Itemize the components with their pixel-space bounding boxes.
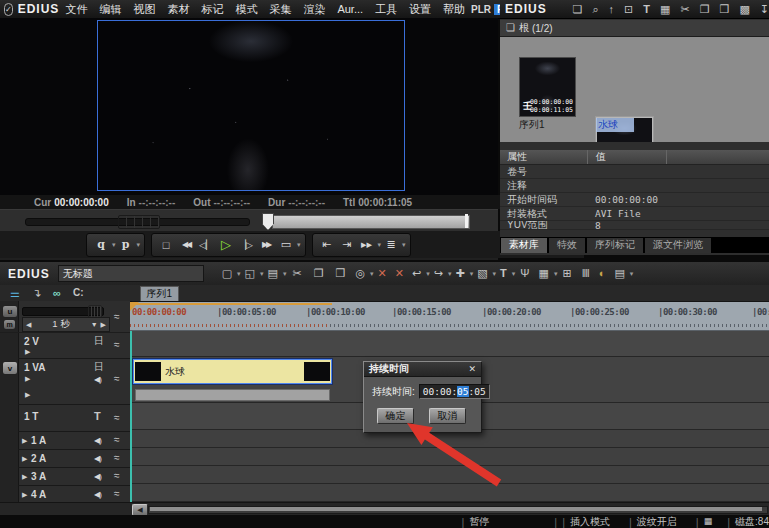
timeline-clip-shuiqiu[interactable]: 水球: [133, 359, 332, 384]
track-4a-rubber-icon[interactable]: ≈: [114, 488, 120, 499]
track-1t-text-icon[interactable]: T: [94, 411, 101, 422]
folder-name[interactable]: 根: [519, 21, 529, 35]
track-1a-rubber-icon[interactable]: ≈: [114, 434, 120, 445]
delete-icon[interactable]: ✕: [378, 268, 387, 279]
u-button[interactable]: u: [2, 305, 18, 318]
track-header-2v[interactable]: 2 V 日 ≈ ▶: [18, 333, 130, 359]
ripple-delete-icon[interactable]: ✕: [395, 268, 404, 279]
goto-in-icon[interactable]: ⇤: [317, 236, 337, 254]
track-header-1va[interactable]: 1 VA 日 ▶ ◀) ≈ ▶: [18, 359, 130, 405]
track-4a-speaker-icon[interactable]: ◀): [94, 490, 101, 499]
timeline-paste-icon[interactable]: ❒: [336, 268, 346, 279]
menu-view[interactable]: 视图: [133, 2, 155, 17]
track-patch-icon[interactable]: ⚌: [10, 288, 20, 299]
render-export-icon[interactable]: ▦: [539, 268, 549, 279]
prev-frame-icon[interactable]: ◁▏: [196, 236, 216, 254]
menu-tools[interactable]: 工具: [375, 2, 397, 17]
track-2v-expand-icon[interactable]: ▶: [25, 348, 30, 356]
scale-dropdown-icon[interactable]: ▼: [91, 321, 98, 328]
lane-2a[interactable]: [130, 448, 769, 466]
panel-layout-icon[interactable]: ▤: [614, 268, 624, 279]
stop-icon[interactable]: □: [156, 236, 176, 254]
export-icon[interactable]: ▸▸: [357, 236, 377, 254]
track-header-1a[interactable]: ▶ 1 A ◀) ≈: [18, 432, 130, 450]
track-1a-expand-icon[interactable]: ▶: [22, 437, 27, 445]
bin-clip-sequence1-label[interactable]: 序列1: [519, 118, 574, 132]
track-1a-speaker-icon[interactable]: ◀): [94, 436, 101, 445]
track-2v-rubber-icon[interactable]: ≈: [114, 339, 120, 350]
sync-mode-icon[interactable]: C:: [73, 288, 84, 298]
play-icon[interactable]: ▷: [216, 236, 236, 254]
timeline-ruler[interactable]: 00:00:00:00 |00:00:05:00 |00:00:10:00 |0…: [130, 302, 769, 331]
mode-dropdown-icon[interactable]: ▾: [402, 241, 406, 249]
shuttle-handle[interactable]: [118, 215, 160, 229]
color-correction-icon[interactable]: ◐: [599, 268, 606, 279]
folder-icon[interactable]: ❏: [573, 4, 583, 15]
track-header-1t[interactable]: 1 T T ≈: [18, 405, 130, 432]
plr-button[interactable]: PLR: [471, 4, 491, 15]
transition-icon[interactable]: ▧: [477, 268, 487, 279]
m-button[interactable]: m: [3, 319, 16, 330]
lane-4a[interactable]: [130, 484, 769, 502]
rewind-icon[interactable]: ◀◀: [176, 236, 196, 254]
menu-render[interactable]: 渲染: [303, 2, 325, 17]
title-clip-icon[interactable]: T: [643, 4, 650, 15]
search-icon[interactable]: ⌕: [592, 4, 598, 15]
cut-icon[interactable]: ✂: [680, 4, 689, 15]
redo-icon[interactable]: ↪: [434, 268, 443, 279]
audio-mixer-icon[interactable]: ‖‖: [582, 268, 589, 279]
bin-clip-shuiqiu-label[interactable]: 水球: [596, 118, 634, 132]
timeline-playhead-flag[interactable]: [130, 302, 139, 311]
cancel-button[interactable]: 取消: [429, 408, 466, 424]
add-cut-point-icon[interactable]: ✚: [455, 268, 464, 279]
move-up-icon[interactable]: ↑: [609, 4, 615, 15]
track-header-2a[interactable]: ▶ 2 A ◀) ≈: [18, 450, 130, 468]
new-sequence-icon[interactable]: ▢: [222, 268, 232, 279]
timeline-cut-icon[interactable]: ✂: [292, 268, 301, 279]
open-project-icon[interactable]: ◱: [245, 268, 255, 279]
current-folder-icon[interactable]: ❏: [506, 23, 515, 33]
fast-forward-icon[interactable]: ▶▶: [256, 236, 276, 254]
menu-clip[interactable]: 素材: [167, 2, 189, 17]
next-frame-icon[interactable]: ▕▷: [236, 236, 256, 254]
picture-icon[interactable]: ▩: [739, 4, 749, 15]
ok-button[interactable]: 确定: [377, 408, 414, 424]
tab-source-browser[interactable]: 源文件浏览: [645, 238, 711, 253]
timescale-value[interactable]: 1 秒: [31, 318, 90, 331]
v-button[interactable]: v: [2, 361, 18, 375]
set-out-dropdown-icon[interactable]: ▾: [137, 241, 141, 249]
menu-edit[interactable]: 编辑: [99, 2, 121, 17]
status-monitor-icon[interactable]: ▦: [704, 517, 713, 526]
tab-sequence-marker[interactable]: 序列标记: [587, 238, 643, 253]
track-2a-rubber-icon[interactable]: ≈: [114, 452, 120, 463]
mode-icon[interactable]: ≣: [381, 236, 401, 254]
bin-clip-grid[interactable]: 壬 00:00:00:00 00:00:11:05 序列1 日 00:00:00…: [500, 37, 769, 142]
track-1va-speaker-icon[interactable]: ◀): [94, 375, 101, 384]
save-project-icon[interactable]: ▤: [268, 268, 278, 279]
monitor-icon[interactable]: ▦: [660, 4, 670, 15]
clip-audio-bar[interactable]: [135, 389, 330, 401]
menu-marker[interactable]: 标记: [201, 2, 223, 17]
loop-icon[interactable]: ▭: [276, 236, 296, 254]
goto-out-icon[interactable]: ⇥: [337, 236, 357, 254]
menu-capture[interactable]: 采集: [269, 2, 291, 17]
menu-help[interactable]: 帮助: [443, 2, 465, 17]
menu-settings[interactable]: 设置: [409, 2, 431, 17]
project-title-field[interactable]: 无标题: [58, 265, 204, 282]
title-tool-icon[interactable]: T: [500, 268, 507, 279]
loop-dropdown-icon[interactable]: ▾: [297, 241, 301, 249]
duration-input[interactable]: 00:00:05:05: [419, 384, 490, 399]
dialog-close-icon[interactable]: ✕: [468, 364, 476, 374]
paste-icon[interactable]: ❒: [720, 4, 730, 15]
track-3a-rubber-icon[interactable]: ≈: [114, 470, 120, 481]
sequence-tab[interactable]: 序列1: [140, 286, 180, 301]
track-1va-rubber-icon[interactable]: ≈: [114, 373, 120, 384]
lane-2v[interactable]: [130, 331, 769, 357]
track-2a-speaker-icon[interactable]: ◀): [94, 454, 101, 463]
voiceover-mic-icon[interactable]: Ψ: [520, 268, 529, 279]
menu-file[interactable]: 文件: [65, 2, 87, 17]
add-clip-icon[interactable]: ⊡: [624, 4, 633, 15]
menu-aurora[interactable]: Aur...: [337, 3, 363, 15]
track-3a-expand-icon[interactable]: ▶: [22, 473, 27, 481]
status-ripple[interactable]: 波纹开启: [637, 515, 677, 528]
